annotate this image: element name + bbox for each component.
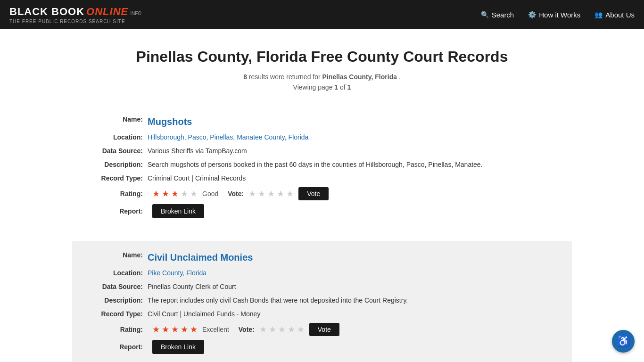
rating-stars-mugshots: ★ ★ ★ ★ ★ <box>152 189 198 199</box>
record-datasource-row: Data Source: Various Sheriffs via TampBa… <box>86 146 558 156</box>
mugshots-rating-text: Good <box>202 190 218 197</box>
civil-vote-star-5[interactable]: ★ <box>297 324 305 335</box>
civil-rating-text: Excellent <box>202 326 229 333</box>
star-3: ★ <box>171 189 179 199</box>
civil-unclaimed-description: The report includes only civil Cash Bond… <box>148 296 408 305</box>
logo-text-online: ONLINE <box>86 6 128 18</box>
record-name-row-2: Name: Civil Unclaimed Monies <box>86 250 558 264</box>
location-manatee[interactable]: Manatee County, Florida <box>237 133 308 141</box>
nav-how-it-works-label: How it Works <box>539 11 580 19</box>
main-nav: 🔍 Search ⚙️ How it Works 👥 About Us <box>481 11 635 19</box>
civil-vote-star-1[interactable]: ★ <box>259 324 267 335</box>
people-icon: 👥 <box>594 11 603 18</box>
vote-button-civil[interactable]: Vote <box>309 323 339 336</box>
vote-star-5[interactable]: ★ <box>286 189 294 199</box>
record-type-row: Record Type: Criminal Court | Criminal R… <box>86 173 558 183</box>
mugshots-type: Criminal Court | Criminal Records <box>148 173 246 183</box>
vote-label: Vote: <box>228 190 244 197</box>
results-location: Pinellas County, Florida <box>322 73 397 81</box>
nav-search-link[interactable]: 🔍 Search <box>481 11 514 19</box>
nav-how-it-works-link[interactable]: ⚙️ How it Works <box>528 11 580 19</box>
record-description-row: Description: Search mugshots of persons … <box>86 160 558 170</box>
civil-unclaimed-location: Pike County, Florida <box>148 268 206 278</box>
vote-stars-civil: ★ ★ ★ ★ ★ <box>259 324 305 335</box>
vote-star-3[interactable]: ★ <box>267 189 275 199</box>
accessibility-icon: ♿ <box>617 335 630 347</box>
star-4: ★ <box>181 189 188 199</box>
rating-row-2: Rating: ★ ★ ★ ★ ★ Excellent Vote: ★ ★ ★ … <box>86 323 558 336</box>
report-row-civil: Report: Broken Link <box>86 340 558 354</box>
description-label: Description: <box>86 160 148 170</box>
record-name-row: Name: Mugshots <box>86 115 558 129</box>
vote-star-2[interactable]: ★ <box>258 189 265 199</box>
star-5: ★ <box>190 189 198 199</box>
mugshots-link[interactable]: Mugshots <box>148 115 192 129</box>
gear-icon: ⚙️ <box>528 11 536 18</box>
record-location-row: Location: Hillsborough, Pasco, Pinellas,… <box>86 132 558 142</box>
civil-vote-star-2[interactable]: ★ <box>269 324 276 335</box>
main-content: Pinellas County, Florida Free County Cou… <box>63 29 581 362</box>
location-pinellas[interactable]: Pinellas <box>210 133 233 141</box>
rating-label: Rating: <box>86 190 148 197</box>
star-1: ★ <box>152 189 160 199</box>
star-2: ★ <box>162 189 169 199</box>
total-pages: 1 <box>347 83 351 91</box>
record-type-label: Record Type: <box>86 173 148 183</box>
civil-vote-star-3[interactable]: ★ <box>278 324 286 335</box>
report-row-mugshots: Report: Broken Link <box>86 204 558 218</box>
datasource-label-2: Data Source: <box>86 282 148 292</box>
civil-vote-star-4[interactable]: ★ <box>288 324 295 335</box>
nav-about-us-link[interactable]: 👥 About Us <box>594 11 635 19</box>
site-header: BLACK BOOK ONLINE INFO THE FREE PUBLIC R… <box>0 0 644 29</box>
results-text: results were returned for <box>249 73 322 81</box>
logo-text-black: BLACK BOOK <box>9 6 84 18</box>
nav-search-label: Search <box>492 11 514 19</box>
civil-star-4: ★ <box>181 324 188 335</box>
rating-label-2: Rating: <box>86 326 148 333</box>
location-label: Location: <box>86 132 148 142</box>
location-pike[interactable]: Pike County, Florida <box>148 269 206 277</box>
page-info: Viewing page 1 of 1 <box>72 83 572 91</box>
civil-unclaimed-datasource: Pinellas County Clerk of Court <box>148 282 236 292</box>
record-location-row-2: Location: Pike County, Florida <box>86 268 558 278</box>
mugshots-location: Hillsborough, Pasco, Pinellas, Manatee C… <box>148 132 308 142</box>
mugshots-datasource: Various Sheriffs via TampBay.com <box>148 146 247 156</box>
description-label-2: Description: <box>86 296 148 305</box>
results-count: 8 <box>243 73 247 81</box>
accessibility-button[interactable]: ♿ <box>612 330 635 353</box>
civil-star-5: ★ <box>190 324 198 335</box>
vote-star-1[interactable]: ★ <box>248 189 256 199</box>
vote-button-mugshots[interactable]: Vote <box>298 187 329 200</box>
broken-link-button-civil[interactable]: Broken Link <box>152 340 204 354</box>
location-hillsborough[interactable]: Hillsborough <box>148 133 184 141</box>
record-description-row-2: Description: The report includes only ci… <box>86 296 558 305</box>
broken-link-button-mugshots[interactable]: Broken Link <box>152 204 204 218</box>
civil-star-2: ★ <box>162 324 169 335</box>
civil-star-3: ★ <box>171 324 179 335</box>
page-title: Pinellas County, Florida Free County Cou… <box>72 48 572 66</box>
vote-label-2: Vote: <box>239 326 255 333</box>
vote-star-4[interactable]: ★ <box>277 189 284 199</box>
mugshots-description: Search mugshots of persons booked in the… <box>148 160 483 170</box>
location-label-2: Location: <box>86 268 148 278</box>
record-datasource-row-2: Data Source: Pinellas County Clerk of Co… <box>86 282 558 292</box>
search-icon: 🔍 <box>481 11 489 18</box>
name-label-2: Name: <box>86 250 148 264</box>
nav-about-us-label: About Us <box>605 11 635 19</box>
record-type-label-2: Record Type: <box>86 309 148 319</box>
report-label-2: Report: <box>86 343 148 351</box>
civil-unclaimed-link[interactable]: Civil Unclaimed Monies <box>148 250 253 264</box>
record-card-civil-unclaimed: Name: Civil Unclaimed Monies Location: P… <box>72 241 572 362</box>
record-card-mugshots: Name: Mugshots Location: Hillsborough, P… <box>72 105 572 231</box>
rating-row: Rating: ★ ★ ★ ★ ★ Good Vote: ★ ★ ★ ★ ★ V… <box>86 187 558 200</box>
current-page: 1 <box>334 83 338 91</box>
rating-stars-civil: ★ ★ ★ ★ ★ <box>152 324 198 335</box>
record-type-row-2: Record Type: Civil Court | Unclaimed Fun… <box>86 309 558 319</box>
location-pasco[interactable]: Pasco <box>188 133 206 141</box>
name-label: Name: <box>86 115 148 129</box>
datasource-label: Data Source: <box>86 146 148 156</box>
logo: BLACK BOOK ONLINE INFO THE FREE PUBLIC R… <box>9 6 141 24</box>
vote-stars-mugshots: ★ ★ ★ ★ ★ <box>248 189 294 199</box>
report-label: Report: <box>86 207 148 215</box>
civil-unclaimed-type: Civil Court | Unclaimed Funds - Money <box>148 309 260 319</box>
